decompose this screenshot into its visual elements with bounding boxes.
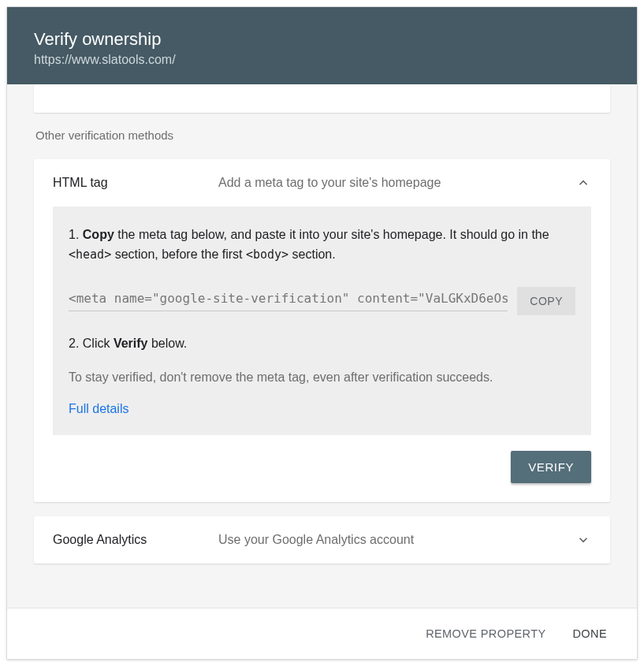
copy-button[interactable]: COPY bbox=[517, 287, 575, 315]
dialog-body: Other verification methods HTML tag Add … bbox=[7, 84, 637, 608]
dialog-footer: REMOVE PROPERTY DONE bbox=[7, 608, 637, 659]
code-body: <body> bbox=[246, 247, 288, 262]
method-card-html-tag: HTML tag Add a meta tag to your site's h… bbox=[34, 159, 610, 502]
other-methods-label: Other verification methods bbox=[35, 128, 610, 142]
method-header-google-analytics[interactable]: Google Analytics Use your Google Analyti… bbox=[34, 516, 610, 564]
dialog-subtitle: https://www.slatools.com/ bbox=[34, 53, 610, 67]
full-details-link[interactable]: Full details bbox=[69, 402, 128, 416]
method-name: Google Analytics bbox=[53, 533, 218, 547]
method-header-html-tag[interactable]: HTML tag Add a meta tag to your site's h… bbox=[34, 159, 610, 206]
step-2-text: 2. Click Verify below. bbox=[69, 334, 575, 354]
code-head: <head> bbox=[69, 247, 111, 262]
method-card-google-analytics: Google Analytics Use your Google Analyti… bbox=[34, 516, 610, 564]
method-name: HTML tag bbox=[53, 176, 218, 190]
meta-tag-field[interactable]: <meta name="google-site-verification" co… bbox=[69, 291, 508, 311]
method-desc: Use your Google Analytics account bbox=[218, 533, 575, 547]
remove-property-button[interactable]: REMOVE PROPERTY bbox=[418, 623, 553, 645]
verify-button-row: VERIFY bbox=[34, 451, 610, 502]
chevron-down-icon bbox=[575, 532, 591, 548]
dialog-header: Verify ownership https://www.slatools.co… bbox=[7, 7, 637, 84]
method-desc: Add a meta tag to your site's homepage bbox=[218, 176, 575, 190]
done-button[interactable]: DONE bbox=[565, 623, 616, 645]
chevron-up-icon bbox=[575, 175, 591, 191]
verify-ownership-dialog: Verify ownership https://www.slatools.co… bbox=[6, 6, 638, 660]
method-html-tag-content: 1. Copy the meta tag below, and paste it… bbox=[53, 206, 591, 435]
step-1-text: 1. Copy the meta tag below, and paste it… bbox=[69, 225, 575, 265]
stay-verified-note: To stay verified, don't remove the meta … bbox=[69, 370, 575, 385]
dialog-title: Verify ownership bbox=[34, 29, 610, 50]
meta-tag-row: <meta name="google-site-verification" co… bbox=[69, 287, 575, 315]
previous-method-card-stub bbox=[34, 84, 610, 113]
verify-button[interactable]: VERIFY bbox=[511, 451, 591, 483]
